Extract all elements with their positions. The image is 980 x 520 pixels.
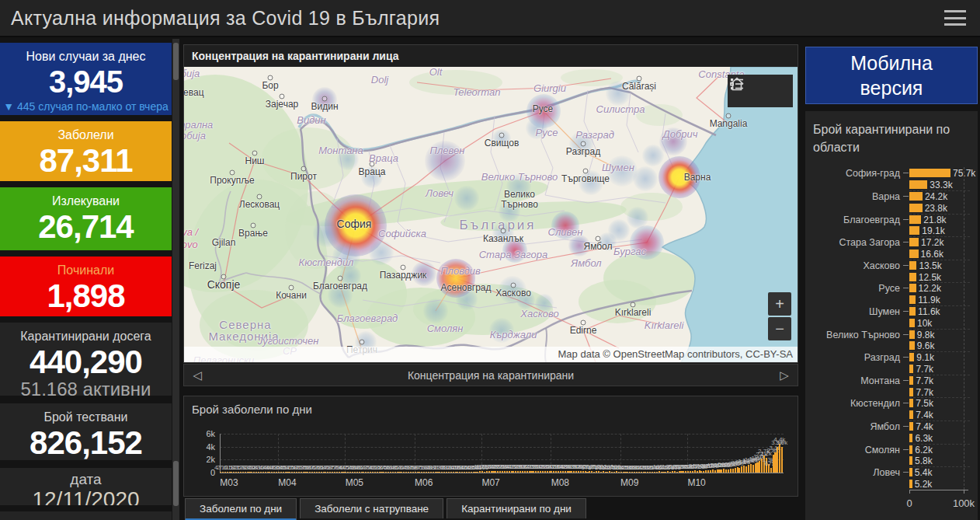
bar (296, 472, 297, 473)
region-bar[interactable] (909, 410, 913, 419)
region-bar[interactable] (909, 353, 914, 361)
region-value: 12.5k (919, 272, 941, 283)
bar (287, 472, 288, 473)
daily-chart[interactable]: M03M04M05M06M07M08M09M1002k4k6k427106151… (184, 396, 798, 496)
region-bar[interactable] (909, 480, 912, 488)
bar (511, 471, 513, 473)
page-title: Актуална информация за Covid 19 в Българ… (0, 7, 440, 30)
region-label: Ловеч (813, 467, 900, 478)
region-value: 7.4k (916, 421, 933, 432)
sidebar-scrollbar[interactable] (172, 39, 179, 520)
region-bar[interactable] (909, 226, 919, 235)
bar (486, 471, 488, 473)
bar (725, 469, 727, 473)
region-bar[interactable] (909, 341, 915, 350)
bar (568, 471, 570, 473)
regions-chart[interactable]: София-град75.7k33.3kВарна24.2k23.8kБлаго… (813, 167, 970, 489)
region-bar[interactable] (909, 238, 919, 246)
bar (233, 472, 235, 473)
scrollbar-thumb[interactable] (173, 43, 179, 80)
bar (529, 471, 530, 473)
card-label: Брой тествани (0, 403, 172, 424)
region-bar[interactable] (909, 388, 913, 396)
region-bar[interactable] (909, 456, 912, 465)
bar (398, 472, 400, 473)
bar (712, 469, 714, 473)
daily-chart-panel: Брой заболели по дни M03M04M05M06M07M08M… (183, 396, 798, 497)
region-bar[interactable] (909, 192, 923, 201)
bar (227, 472, 228, 473)
bar (645, 472, 646, 473)
region-bar[interactable] (909, 307, 916, 316)
tab-daily-cases[interactable]: Заболели по дни (185, 498, 297, 520)
bar (474, 472, 476, 473)
scrollbar-thumb[interactable] (173, 461, 179, 506)
region-bar[interactable] (909, 468, 912, 476)
bar (721, 469, 722, 473)
zoom-out-button[interactable]: − (768, 317, 791, 340)
bar (497, 471, 499, 473)
map-canvas[interactable]: БългарияСевернаМакедонијаСофияСкопјеБорЗ… (184, 67, 798, 362)
bar (464, 472, 465, 473)
region-bar[interactable] (909, 284, 916, 292)
region-value: 16.6k (921, 249, 944, 260)
bar (667, 471, 669, 473)
region-label: Хасково (813, 260, 900, 271)
tab-cumulative-cases[interactable]: Заболели с натрупване (300, 498, 443, 518)
region-bar[interactable] (909, 169, 950, 177)
card-new-cases: Нови случаи за днес 3,945 ▼ 445 случая п… (0, 43, 172, 115)
bar (466, 472, 467, 473)
region-bar[interactable] (909, 445, 912, 454)
bar (255, 472, 257, 473)
bar (504, 471, 506, 473)
zoom-in-button[interactable]: + (768, 292, 791, 316)
region-bar[interactable] (909, 330, 915, 339)
bar (260, 472, 262, 473)
region-bar[interactable] (909, 434, 912, 442)
region-bar[interactable] (909, 250, 919, 258)
region-bar[interactable] (909, 273, 916, 281)
region-bar[interactable] (909, 295, 916, 304)
region-bar[interactable] (909, 399, 913, 407)
menu-icon[interactable] (944, 10, 966, 26)
region-bar[interactable] (909, 204, 923, 212)
region-bar[interactable] (909, 215, 921, 224)
bar (517, 471, 519, 473)
bar (247, 472, 248, 473)
bar (435, 472, 436, 473)
bar (314, 472, 315, 473)
bar (273, 472, 275, 473)
bar (738, 468, 740, 473)
region-bar[interactable] (909, 376, 913, 385)
region-bar[interactable] (909, 319, 915, 327)
bar (383, 472, 384, 473)
region-bar[interactable] (909, 180, 927, 189)
card-note: ▼ 445 случая по-малко от вчера (0, 98, 172, 113)
legend-icon[interactable] (760, 78, 790, 104)
bar (777, 447, 778, 473)
bar (631, 472, 633, 473)
carousel-prev-icon[interactable]: ◁ (184, 368, 210, 382)
tab-quarantined-daily[interactable]: Карантинирани по дни (447, 498, 586, 518)
mobile-version-button[interactable]: Мобилна версия (805, 47, 978, 104)
bar (745, 466, 747, 473)
bar (481, 471, 483, 473)
bar (222, 472, 224, 473)
bar (220, 472, 221, 473)
bar (441, 472, 443, 473)
bar (283, 472, 284, 473)
bar (643, 472, 645, 473)
region-bar[interactable] (909, 261, 916, 270)
region-bar[interactable] (909, 422, 913, 431)
region-value: 10k (917, 318, 932, 329)
bar (459, 472, 460, 473)
carousel-next-icon[interactable]: ▷ (771, 368, 798, 382)
region-value: 7.7k (916, 375, 933, 386)
region-value: 33.3k (930, 180, 952, 190)
region-label: Благоевград (813, 215, 900, 225)
map-basemap[interactable] (184, 67, 798, 362)
region-value: 13.5k (919, 260, 941, 271)
bar (524, 471, 526, 473)
bar (356, 472, 358, 473)
region-bar[interactable] (909, 365, 913, 373)
